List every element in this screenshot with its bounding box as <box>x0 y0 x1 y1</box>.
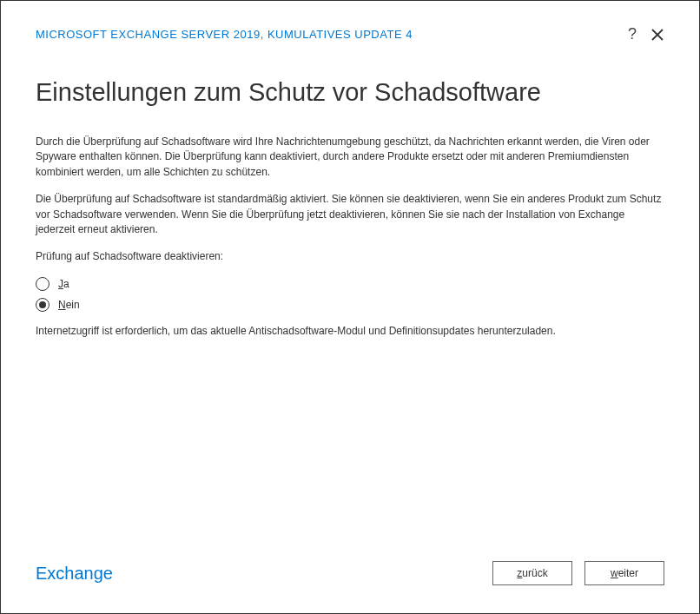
radio-no[interactable]: Nein <box>36 298 664 312</box>
close-icon[interactable] <box>650 28 664 42</box>
setup-wizard-window: MICROSOFT EXCHANGE SERVER 2019, KUMULATI… <box>0 0 700 614</box>
close-x-icon <box>650 28 664 42</box>
page-title: Einstellungen zum Schutz vor Schadsoftwa… <box>36 78 664 107</box>
header-actions: ? <box>628 25 664 43</box>
help-icon[interactable]: ? <box>628 25 637 43</box>
content-area: Einstellungen zum Schutz vor Schadsoftwa… <box>1 43 699 561</box>
radio-yes[interactable]: Ja <box>36 277 664 291</box>
header-title: MICROSOFT EXCHANGE SERVER 2019, KUMULATI… <box>36 28 413 41</box>
footer-buttons: zurück weiter <box>492 561 664 585</box>
radio-no-indicator <box>36 298 50 312</box>
internet-note: Internetzugriff ist erforderlich, um das… <box>36 324 664 339</box>
radio-question: Prüfung auf Schadsoftware deaktivieren: <box>36 249 664 264</box>
radio-no-label: Nein <box>58 299 80 311</box>
disable-malware-radio-group: Ja Nein <box>36 277 664 312</box>
brand-label: Exchange <box>36 564 113 584</box>
next-button[interactable]: weiter <box>584 561 664 585</box>
intro-paragraph-2: Die Überprüfung auf Schadsoftware ist st… <box>36 192 664 237</box>
back-button[interactable]: zurück <box>492 561 572 585</box>
radio-yes-indicator <box>36 277 50 291</box>
radio-yes-label: Ja <box>58 278 69 290</box>
intro-paragraph-1: Durch die Überprüfung auf Schadsoftware … <box>36 135 664 180</box>
footer: Exchange zurück weiter <box>1 561 699 613</box>
header: MICROSOFT EXCHANGE SERVER 2019, KUMULATI… <box>1 1 699 43</box>
